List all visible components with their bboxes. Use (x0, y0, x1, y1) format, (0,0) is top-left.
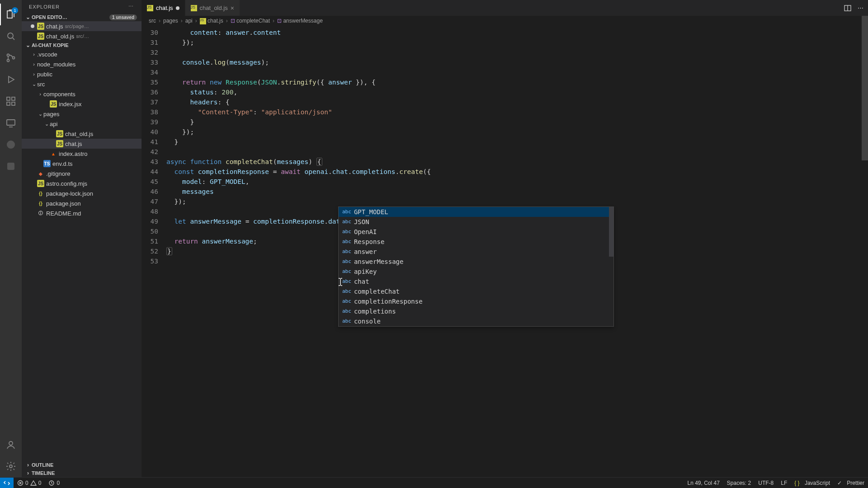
suggestion-kind-icon: abc (342, 278, 351, 284)
tab-more-icon[interactable]: ⋯ (858, 5, 863, 11)
folder-item[interactable]: ›node_modules (22, 59, 142, 69)
breadcrumb-item[interactable]: api (185, 18, 193, 24)
suggestion-item[interactable]: abcJSON (339, 217, 613, 227)
code-editor[interactable]: 3031323334353637383940414243444546474849… (142, 27, 868, 477)
breadcrumb[interactable]: src›pages›api›JS chat.js›⊡ completeChat›… (142, 16, 868, 27)
suggestion-item[interactable]: abccompleteChat (339, 286, 613, 296)
timeline-header[interactable]: › TIMELINE (22, 469, 142, 477)
suggestion-item[interactable]: abcOpenAI (339, 227, 613, 237)
code-line[interactable]: async function completeChat(messages) { (166, 157, 868, 167)
status-bar: 0 0 0 Ln 49, Col 47 Spaces: 2 UTF-8 LF {… (0, 477, 868, 488)
code-line[interactable]: "Content-Type": "application/json" (166, 107, 868, 117)
ext-icon-a[interactable] (0, 134, 22, 155)
suggestion-label: console (354, 318, 381, 325)
suggestion-label: JSON (354, 218, 369, 225)
code-line[interactable] (166, 47, 868, 57)
status-spaces[interactable]: Spaces: 2 (723, 480, 755, 486)
file-item[interactable]: JSindex.jsx (22, 99, 142, 109)
suggestion-kind-icon: abc (342, 308, 351, 314)
code-line[interactable]: model: GPT_MODEL, (166, 177, 868, 187)
activity-bar: 1 (0, 0, 22, 477)
code-line[interactable]: }); (166, 127, 868, 137)
code-line[interactable]: } (166, 137, 868, 147)
project-header[interactable]: ⌄ AI-CHAT KOPIE (22, 41, 142, 49)
code-line[interactable] (166, 147, 868, 157)
suggestion-item[interactable]: abccompletionResponse (339, 296, 613, 306)
search-icon[interactable] (0, 25, 22, 47)
file-item[interactable]: JSchat_old.js (22, 129, 142, 139)
breadcrumb-item[interactable]: ⊡ completeChat (231, 18, 270, 24)
outline-header[interactable]: › OUTLINE (22, 461, 142, 469)
remote-indicator[interactable] (0, 478, 14, 488)
status-problems[interactable]: 0 0 (14, 480, 45, 486)
remote-explorer-icon[interactable] (0, 112, 22, 134)
chevron-down-icon: ⌄ (37, 111, 43, 117)
suggestion-item[interactable]: abcanswer (339, 247, 613, 257)
source-control-icon[interactable] (0, 47, 22, 69)
folder-item[interactable]: ›public (22, 69, 142, 79)
breadcrumb-item[interactable]: pages (163, 18, 178, 24)
status-ports[interactable]: 0 (45, 480, 63, 486)
file-item[interactable]: {}package.json (22, 198, 142, 208)
folder-item[interactable]: ⌄pages (22, 109, 142, 119)
suggestion-item[interactable]: abcanswerMessage (339, 257, 613, 267)
file-item[interactable]: TSenv.d.ts (22, 159, 142, 169)
code-line[interactable]: content: answer.content (166, 28, 868, 38)
sidebar-more-icon[interactable]: ⋯ (128, 4, 134, 9)
status-eol[interactable]: LF (777, 480, 791, 486)
file-item[interactable]: ⓘREADME.md (22, 208, 142, 218)
run-debug-icon[interactable] (0, 69, 22, 90)
file-name: chat_old.js (46, 33, 74, 40)
code-line[interactable]: messages (166, 187, 868, 197)
settings-gear-icon[interactable] (0, 455, 22, 477)
status-encoding[interactable]: UTF-8 (755, 480, 777, 486)
file-item[interactable]: ▲index.astro (22, 149, 142, 159)
accounts-icon[interactable] (0, 434, 22, 455)
chevron-down-icon: ⌄ (24, 42, 32, 48)
code-line[interactable] (166, 67, 868, 77)
suggestion-kind-icon: abc (342, 258, 351, 264)
status-language[interactable]: { } JavaScript (791, 480, 834, 486)
suggestion-item[interactable]: abcchat (339, 277, 613, 286)
suggest-scrollbar[interactable] (609, 207, 613, 257)
code-line[interactable]: }); (166, 38, 868, 47)
editor-tab[interactable]: JSchat_old.js× (185, 0, 240, 16)
open-editor-item[interactable]: JSchat_old.jssrc/… (22, 31, 142, 41)
breadcrumb-item[interactable]: JS chat.js (200, 18, 223, 24)
suggestion-item[interactable]: abcResponse (339, 237, 613, 247)
status-prettier[interactable]: ✓ Prettier (834, 480, 868, 486)
folder-item[interactable]: ⌄api (22, 119, 142, 129)
editor-tab[interactable]: JSchat.js (142, 0, 185, 16)
extensions-icon[interactable] (0, 90, 22, 112)
open-editor-item[interactable]: JSchat.jssrc/page… (22, 21, 142, 31)
close-icon[interactable]: × (231, 5, 234, 12)
code-line[interactable]: const completionResponse = await openai.… (166, 167, 868, 177)
folder-item[interactable]: ›.vscode (22, 49, 142, 59)
code-line[interactable]: }); (166, 197, 868, 206)
suggestion-item[interactable]: abcapiKey (339, 267, 613, 277)
code-line[interactable]: console.log(messages); (166, 57, 868, 67)
file-item[interactable]: JSchat.js (22, 139, 142, 149)
editor-scrollbar[interactable] (862, 16, 868, 477)
open-editors-header[interactable]: ⌄ OPEN EDITO… 1 unsaved (22, 13, 142, 21)
code-line[interactable]: status: 200, (166, 87, 868, 97)
breadcrumb-item[interactable]: ⊡ answerMessage (277, 18, 323, 24)
file-item[interactable]: ◆.gitignore (22, 169, 142, 178)
code-line[interactable]: headers: { (166, 97, 868, 107)
status-cursor-pos[interactable]: Ln 49, Col 47 (684, 480, 723, 486)
folder-item[interactable]: ⌄src (22, 79, 142, 89)
svg-point-12 (9, 465, 12, 468)
suggestion-item[interactable]: abcconsole (339, 316, 613, 326)
split-editor-icon[interactable] (844, 5, 851, 12)
file-item[interactable]: JSastro.config.mjs (22, 178, 142, 188)
breadcrumb-item[interactable]: src (149, 18, 156, 24)
intellisense-popup[interactable]: abcGPT_MODELabcJSONabcOpenAIabcResponsea… (338, 206, 614, 327)
file-item[interactable]: {}package-lock.json (22, 188, 142, 198)
suggestion-item[interactable]: abccompletions (339, 306, 613, 316)
folder-item[interactable]: ›components (22, 89, 142, 99)
explorer-icon[interactable]: 1 (0, 4, 22, 25)
suggestion-item[interactable]: abcGPT_MODEL (339, 207, 613, 217)
code-line[interactable]: return new Response(JSON.stringify({ ans… (166, 77, 868, 87)
ext-icon-b[interactable] (0, 155, 22, 177)
code-line[interactable]: } (166, 117, 868, 127)
